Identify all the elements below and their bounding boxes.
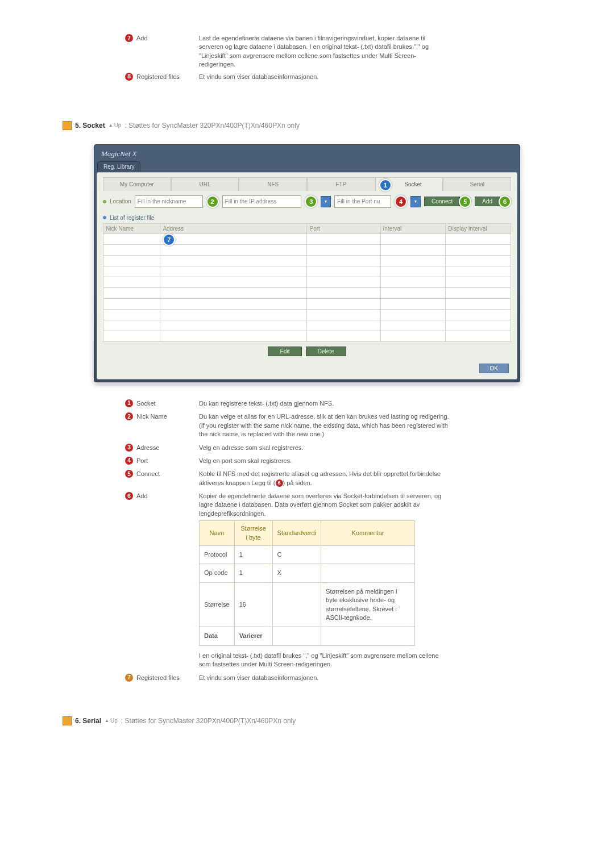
port-dropdown[interactable]: ▾ bbox=[410, 196, 421, 207]
def-add: 6Add Kopier de egendefinerte dataene som… bbox=[63, 492, 551, 669]
pkt-cell: Størrelse bbox=[200, 582, 235, 627]
badge-3: 3 bbox=[125, 444, 133, 452]
pkt-h-default: Standardverdi bbox=[272, 521, 321, 546]
pkt-cell bbox=[272, 582, 321, 627]
pkt-cell: Størrelsen på meldingen i byte eksklusiv… bbox=[321, 582, 415, 627]
reg-library-tab[interactable]: Reg. Library bbox=[97, 161, 140, 172]
callout-7: 7 bbox=[163, 233, 175, 246]
pkt-cell bbox=[272, 627, 321, 645]
def-desc: Koble til NFS med det registrerte aliase… bbox=[199, 470, 551, 487]
def-label: Connect bbox=[136, 470, 160, 477]
tab-ftp[interactable]: FTP bbox=[307, 177, 375, 191]
top-item-label: Add bbox=[136, 35, 148, 41]
tab-url[interactable]: URL bbox=[171, 177, 239, 191]
tab-nfs[interactable]: NFS bbox=[239, 177, 307, 191]
badge-6: 6 bbox=[125, 492, 133, 500]
def-socket: 1Socket Du kan registrere tekst- (.txt) … bbox=[63, 399, 551, 408]
def-desc: Velg en adresse som skal registreres. bbox=[199, 444, 551, 452]
pkt-cell bbox=[321, 546, 415, 564]
badge-7b: 7 bbox=[125, 674, 133, 682]
badge-1: 1 bbox=[125, 399, 133, 407]
def-adresse: 3Adresse Velg en adresse som skal regist… bbox=[63, 444, 551, 452]
callout-5: 5 bbox=[459, 195, 471, 208]
top-item-desc: Et vindu som viser databaseinformasjonen… bbox=[199, 73, 551, 81]
def-desc: Du kan velge et alias for en URL-adresse… bbox=[199, 412, 551, 439]
section-icon bbox=[63, 716, 72, 725]
section-icon bbox=[63, 121, 72, 130]
pkt-cell: Varierer bbox=[234, 627, 272, 645]
def-desc: Kopier de egendefinerte dataene som over… bbox=[199, 492, 551, 669]
location-label: Location bbox=[110, 198, 131, 205]
pkt-cell: 16 bbox=[234, 582, 272, 627]
tab-my-computer[interactable]: My Computer bbox=[103, 177, 171, 191]
connect-button[interactable]: Connect bbox=[424, 197, 460, 206]
badge-5: 5 bbox=[125, 470, 133, 478]
def-desc: Du kan registrere tekst- (.txt) data gje… bbox=[199, 399, 551, 408]
def-connect: 5Connect Koble til NFS med det registrer… bbox=[63, 470, 551, 487]
section-note: : Støttes for SyncMaster 320PXn/400P(T)X… bbox=[121, 717, 296, 725]
def-desc: Velg en port som skal registreres. bbox=[199, 457, 551, 465]
def-label: Socket bbox=[136, 400, 156, 407]
def-port: 4Port Velg en port som skal registreres. bbox=[63, 457, 551, 465]
pkt-cell: Data bbox=[200, 627, 235, 645]
delete-button[interactable]: Delete bbox=[306, 347, 346, 356]
table-buttons: Edit Delete bbox=[103, 347, 511, 356]
pkt-cell: C bbox=[272, 546, 321, 564]
source-tabs: My Computer URL NFS FTP 1 Socket Serial bbox=[103, 177, 511, 191]
def-nickname: 2Nick Name Du kan velge et alias for en … bbox=[63, 412, 551, 439]
pkt-cell: 1 bbox=[234, 564, 272, 582]
def-label: Registered files bbox=[136, 674, 180, 681]
edit-button[interactable]: Edit bbox=[268, 347, 301, 356]
def-desc-part2: ) på siden. bbox=[283, 479, 312, 486]
col-address: Address bbox=[160, 223, 307, 233]
def-label: Port bbox=[136, 457, 148, 464]
location-row: Location Fill in the nickname 2 Fill in … bbox=[103, 195, 511, 208]
def-label: Add bbox=[136, 493, 148, 499]
def-desc-text: Kopier de egendefinerte dataene som over… bbox=[199, 493, 441, 517]
pkt-cell: 1 bbox=[234, 546, 272, 564]
pkt-h-comment: Kommentar bbox=[321, 521, 415, 546]
pkt-h-name: Navn bbox=[200, 521, 235, 546]
port-input[interactable]: Fill in the Port nu bbox=[334, 195, 391, 208]
col-port: Port bbox=[307, 223, 380, 233]
def-label: Nick Name bbox=[136, 413, 167, 420]
list-title: List of register file bbox=[110, 215, 154, 221]
app-titlebar: MagicNet X bbox=[97, 147, 517, 158]
list-header: List of register file bbox=[103, 215, 511, 221]
tab-socket[interactable]: 1 Socket bbox=[375, 177, 443, 191]
section-title: 5. Socket bbox=[75, 122, 105, 130]
callout-1: 1 bbox=[379, 179, 392, 191]
pkt-cell: X bbox=[272, 564, 321, 582]
badge-2: 2 bbox=[125, 412, 133, 420]
top-item-label: Registered files bbox=[136, 73, 180, 80]
register-table: Nick Name Address Port Interval Display … bbox=[103, 223, 511, 342]
bullet-icon bbox=[103, 200, 106, 203]
bullet-icon bbox=[103, 216, 106, 219]
ip-dropdown[interactable]: ▾ bbox=[321, 196, 331, 207]
pkt-cell: Op code bbox=[200, 564, 235, 582]
nickname-input[interactable]: Fill in the nickname bbox=[135, 195, 203, 208]
tab-serial[interactable]: Serial bbox=[443, 177, 511, 191]
up-link[interactable]: Up bbox=[105, 717, 118, 724]
col-nickname: Nick Name bbox=[103, 223, 160, 233]
badge-7: 7 bbox=[125, 34, 133, 42]
badge-8: 8 bbox=[125, 73, 133, 81]
pkt-cell: Protocol bbox=[200, 546, 235, 564]
packet-table: Navn Størrelse i byte Standardverdi Komm… bbox=[199, 520, 415, 646]
def-registered-files: 7Registered files Et vindu som viser dat… bbox=[63, 674, 551, 682]
up-link[interactable]: Up bbox=[109, 122, 122, 128]
ok-button[interactable]: OK bbox=[479, 364, 509, 373]
after-table-text: I en original tekst- (.txt) datafil bruk… bbox=[199, 652, 449, 669]
top-item-registered: 8 Registered files Et vindu som viser da… bbox=[63, 73, 551, 81]
top-item-desc: Last de egendefinerte dataene via banen … bbox=[199, 34, 551, 69]
callout-4: 4 bbox=[395, 195, 407, 208]
add-button[interactable]: Add bbox=[475, 197, 500, 206]
pkt-h-size: Størrelse i byte bbox=[234, 521, 272, 546]
callout-3: 3 bbox=[305, 195, 317, 208]
definitions: 1Socket Du kan registrere tekst- (.txt) … bbox=[63, 399, 551, 682]
col-display-interval: Display Interval bbox=[446, 223, 511, 233]
pkt-cell bbox=[321, 627, 415, 645]
top-items: 7 Add Last de egendefinerte dataene via … bbox=[63, 34, 551, 81]
badge-4: 4 bbox=[125, 457, 133, 465]
ip-input[interactable]: Fill in the IP address bbox=[222, 195, 302, 208]
